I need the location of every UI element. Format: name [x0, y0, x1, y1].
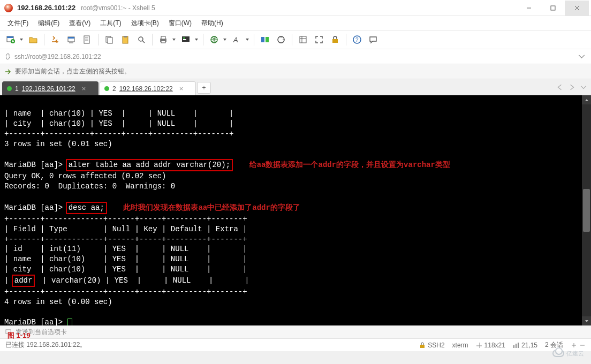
address-bar[interactable]: ssh://root@192.168.26.101:22 — [0, 49, 591, 64]
terminal-line: | city | char(10) | YES | | NULL | | — [4, 265, 247, 274]
language-button[interactable] — [207, 32, 228, 47]
figure-label: 图 1-19 — [7, 331, 31, 340]
menu-window[interactable]: 窗口(W) — [164, 17, 196, 29]
terminal-scrollbar[interactable] — [582, 95, 591, 325]
terminal-line: Query OK, 0 rows affected (0.02 sec) — [4, 172, 166, 180]
scroll-thumb[interactable] — [583, 189, 590, 232]
scroll-up-icon[interactable] — [582, 95, 591, 104]
terminal-line: 4 rows in set (0.00 sec) — [4, 298, 112, 306]
window-title-main: 192.168.26.101:22 — [17, 4, 75, 12]
tab-number: 1 — [15, 85, 19, 93]
svg-rect-14 — [161, 41, 165, 43]
svg-rect-16 — [183, 37, 185, 39]
scroll-track[interactable] — [582, 104, 591, 316]
sql-command: alter table aa add addr varchar(20); — [69, 161, 230, 169]
xftp-button[interactable] — [257, 32, 272, 47]
terminal-line: | name | char(10) | YES | | NULL | | | c… — [4, 109, 233, 138]
menu-tools[interactable]: 工具(T) — [96, 17, 125, 29]
terminal-prompt: MariaDB [aa]> — [4, 318, 63, 325]
svg-text:?: ? — [355, 37, 359, 43]
window-title-sub: root@vms001:~ - Xshell 5 — [81, 4, 155, 12]
tab-list-icon[interactable] — [580, 84, 587, 90]
svg-rect-27 — [420, 345, 425, 348]
tab-next-icon[interactable] — [569, 84, 575, 90]
menu-help[interactable]: 帮助(H) — [197, 17, 228, 29]
color-scheme-button[interactable] — [178, 32, 200, 47]
feedback-button[interactable] — [366, 32, 381, 47]
compose-bar[interactable]: 发送到当前选项卡 — [0, 325, 591, 338]
menu-view[interactable]: 查看(V) — [65, 17, 95, 29]
print-button[interactable] — [156, 32, 177, 47]
highlight-box: desc aa; — [66, 202, 107, 214]
terminal-line: | id | int(11) | YES | | NULL | | — [4, 245, 247, 253]
close-button[interactable] — [565, 1, 589, 16]
tab-close-button[interactable]: × — [179, 85, 184, 93]
info-text: 要添加当前会话，点击左侧的箭头按钮。 — [15, 67, 131, 76]
status-bar: 已连接 192.168.26.101:22。 SSH2 xterm 118x21… — [0, 338, 591, 351]
cursor-icon — [67, 318, 72, 325]
menu-file[interactable]: 文件(F) — [3, 17, 33, 29]
terminal-cell: | varchar(20) | YES | | NULL | | — [33, 276, 249, 285]
compose-button[interactable] — [296, 32, 310, 47]
grid-icon — [476, 342, 482, 348]
scroll-down-icon[interactable] — [582, 316, 591, 325]
chevron-down-icon — [223, 39, 226, 41]
svg-rect-13 — [161, 36, 165, 39]
tab-session-1[interactable]: 1 192.168.26.101:22 × — [2, 81, 98, 95]
script-button[interactable] — [274, 32, 289, 47]
terminal-pane: | name | char(10) | YES | | NULL | | | c… — [0, 95, 591, 325]
svg-point-11 — [139, 37, 143, 41]
sql-command: desc aa; — [69, 203, 104, 212]
status-protocol: SSH2 — [419, 342, 444, 349]
lock-button[interactable] — [328, 32, 343, 47]
find-button[interactable] — [134, 32, 149, 47]
add-tab-button[interactable]: + — [197, 82, 211, 94]
info-bar: 要添加当前会话，点击左侧的箭头按钮。 — [0, 64, 591, 79]
minimize-button[interactable] — [517, 1, 541, 16]
reconnect-button[interactable] — [48, 32, 63, 47]
terminal-line: +-------+-------------+------+-----+----… — [4, 215, 247, 223]
svg-rect-6 — [84, 36, 89, 43]
fullscreen-button[interactable] — [312, 32, 327, 47]
maximize-button[interactable] — [541, 1, 565, 16]
font-button[interactable]: A — [229, 32, 251, 47]
svg-rect-2 — [7, 36, 13, 38]
disconnect-button[interactable] — [64, 32, 79, 47]
terminal-line: +-------+-------------+------+-----+----… — [4, 235, 247, 244]
link-icon — [4, 53, 11, 60]
new-session-button[interactable] — [3, 32, 25, 47]
field-name: addr — [14, 276, 33, 285]
annotation-text: 给aa数据表添加一个addr的字段，并且设置为varchar类型 — [249, 161, 450, 169]
menu-edit[interactable]: 编辑(E) — [34, 17, 64, 29]
tab-label: 192.168.26.102:22 — [119, 85, 173, 93]
highlight-box: alter table aa add addr varchar(20); — [66, 159, 233, 171]
svg-rect-10 — [124, 36, 127, 37]
copy-button[interactable] — [102, 32, 117, 47]
address-text: ssh://root@192.168.26.101:22 — [14, 53, 101, 60]
annotation-text: 此时我们发现在数据表aa中已经添加了addr的字段了 — [123, 203, 300, 212]
svg-rect-8 — [108, 37, 112, 43]
terminal-line: 3 rows in set (0.01 sec) — [4, 140, 112, 148]
session-tabs: 1 192.168.26.101:22 × 2 192.168.26.102:2… — [0, 79, 591, 95]
menu-tabs[interactable]: 选项卡(B) — [127, 17, 163, 29]
open-session-button[interactable] — [26, 32, 41, 47]
chevron-down-icon — [20, 39, 23, 41]
status-dot-icon — [7, 86, 12, 91]
status-term-type: xterm — [452, 342, 468, 349]
status-dot-icon — [104, 86, 109, 91]
arrow-right-icon[interactable] — [4, 68, 12, 75]
tab-prev-icon[interactable] — [557, 84, 563, 90]
status-cursor: 21,15 — [513, 342, 537, 349]
terminal[interactable]: | name | char(10) | YES | | NULL | | | c… — [0, 95, 582, 325]
terminal-line: Records: 0 Duplicates: 0 Warnings: 0 — [4, 182, 175, 191]
tab-nav — [557, 79, 591, 95]
properties-button[interactable] — [80, 32, 95, 47]
svg-rect-30 — [518, 343, 519, 348]
paste-button[interactable] — [118, 32, 133, 47]
tab-session-2[interactable]: 2 192.168.26.102:22 × — [100, 81, 196, 95]
status-extra[interactable] — [571, 342, 586, 348]
terminal-line: | name | char(10) | YES | | NULL | | — [4, 255, 247, 263]
tab-close-button[interactable]: × — [82, 85, 86, 93]
address-dropdown[interactable] — [576, 51, 587, 62]
help-button[interactable]: ? — [350, 32, 365, 47]
